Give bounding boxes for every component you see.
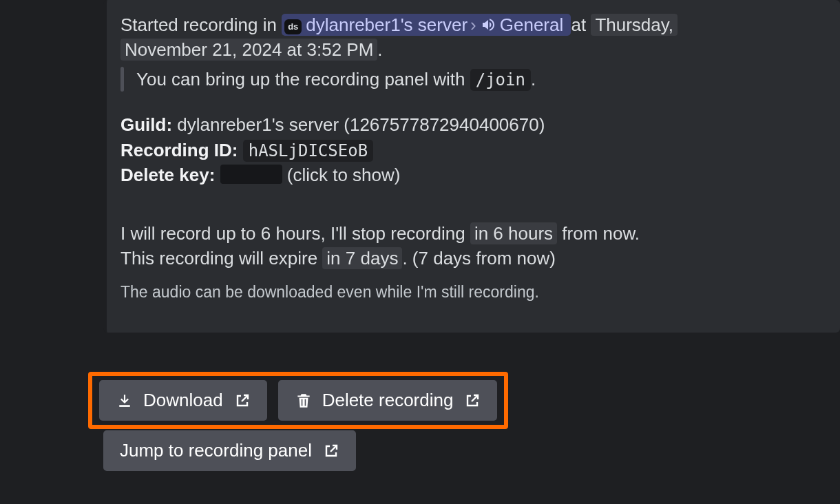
highlighted-button-group: Download Delete recording bbox=[88, 372, 508, 429]
recording-id-line: Recording ID: hASLjDICSEoB bbox=[120, 138, 823, 163]
jump-to-panel-button[interactable]: Jump to recording panel bbox=[103, 430, 356, 471]
delete-key-hint: (click to show) bbox=[287, 165, 401, 185]
channel-name: General bbox=[500, 14, 564, 35]
external-link-icon bbox=[323, 443, 339, 459]
guild-line: Guild: dylanreber1's server (12675778729… bbox=[120, 112, 823, 137]
hint-text: You can bring up the recording panel wit… bbox=[136, 67, 536, 92]
timestamp-chip-1: Thursday, bbox=[591, 14, 678, 36]
join-command: /join bbox=[470, 69, 531, 91]
header-line: Started recording in dsdylanreber1's ser… bbox=[120, 12, 823, 37]
guild-value: dylanreber1's server (126757787294040067… bbox=[177, 114, 545, 135]
limit-line-2: This recording will expire in 7 days. (7… bbox=[120, 246, 823, 271]
stop-in-chip: in 6 hours bbox=[470, 222, 557, 244]
delete-key-label: Delete key: bbox=[120, 165, 215, 185]
period: . bbox=[377, 39, 382, 60]
delete-recording-button[interactable]: Delete recording bbox=[278, 380, 498, 421]
server-name: dylanreber1's server bbox=[306, 14, 468, 35]
at-word: at bbox=[571, 14, 586, 35]
guild-label: Guild: bbox=[120, 114, 172, 135]
download-icon bbox=[116, 392, 134, 410]
jump-label: Jump to recording panel bbox=[120, 440, 312, 461]
header-line-2: November 21, 2024 at 3:52 PM. bbox=[120, 37, 823, 62]
server-badge: ds bbox=[284, 19, 302, 34]
expire-in-chip: in 7 days bbox=[322, 247, 402, 269]
external-link-icon bbox=[234, 392, 251, 409]
delete-key-spoiler[interactable] bbox=[220, 165, 282, 184]
timestamp-chip-2: November 21, 2024 at 3:52 PM bbox=[120, 39, 377, 61]
server-mention[interactable]: dsdylanreber1's server›General bbox=[282, 14, 571, 36]
quote-bar bbox=[120, 67, 124, 92]
recording-id-label: Recording ID: bbox=[120, 140, 238, 160]
trash-icon bbox=[295, 392, 313, 410]
delete-key-line: Delete key: (click to show) bbox=[120, 162, 823, 187]
chevron-right-icon: › bbox=[468, 14, 481, 35]
download-button[interactable]: Download bbox=[99, 380, 267, 421]
external-link-icon bbox=[464, 392, 481, 409]
recording-embed: Started recording in dsdylanreber1's ser… bbox=[103, 0, 840, 333]
header-prefix: Started recording in bbox=[120, 14, 277, 35]
download-label: Download bbox=[143, 390, 223, 411]
hint-block: You can bring up the recording panel wit… bbox=[120, 67, 823, 92]
download-note: The audio can be downloaded even while I… bbox=[120, 281, 823, 303]
button-group-2: Jump to recording panel bbox=[103, 430, 356, 471]
speaker-icon bbox=[481, 17, 497, 33]
delete-label: Delete recording bbox=[322, 390, 454, 411]
recording-id-value: hASLjDICSEoB bbox=[243, 140, 373, 162]
limit-line-1: I will record up to 6 hours, I'll stop r… bbox=[120, 221, 823, 246]
